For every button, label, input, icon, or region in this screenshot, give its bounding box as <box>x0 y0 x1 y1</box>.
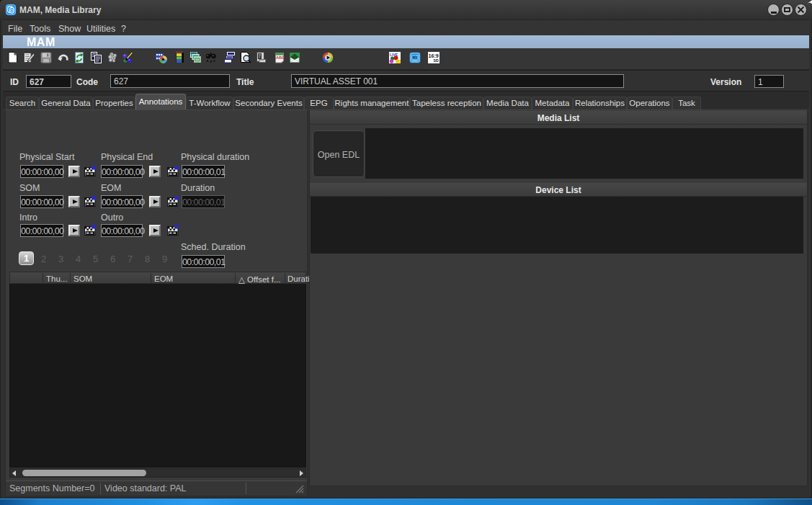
svg-text:SD: SD <box>434 58 439 63</box>
svg-text:ABC: ABC <box>276 55 285 60</box>
svg-text:LIVE: LIVE <box>390 53 398 57</box>
svg-text:16:9: 16:9 <box>429 53 439 58</box>
